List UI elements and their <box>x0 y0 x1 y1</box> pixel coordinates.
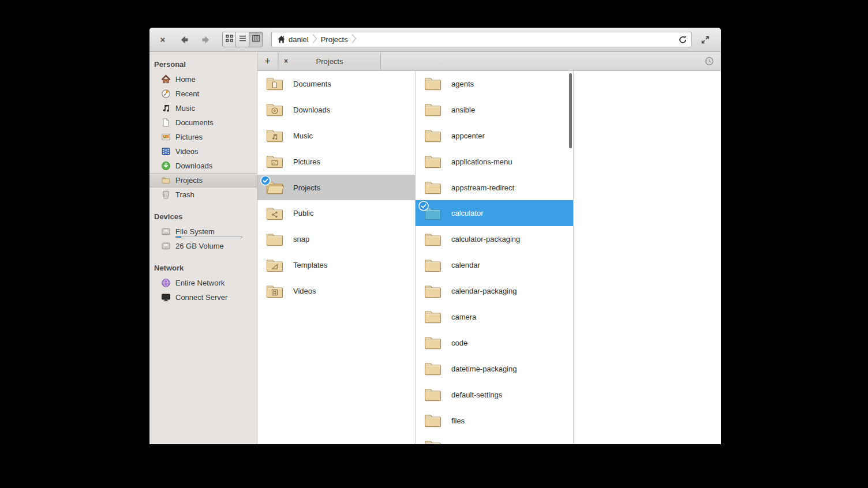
sidebar-item-trash[interactable]: Trash <box>149 187 257 202</box>
folder-icon <box>423 231 443 247</box>
folder-item-pictures[interactable]: Pictures <box>257 149 415 175</box>
list-view-button[interactable] <box>236 32 249 47</box>
refresh-icon <box>678 35 687 44</box>
tab-close-icon[interactable]: × <box>284 57 293 65</box>
column-view-button[interactable] <box>249 32 263 47</box>
breadcrumb-separator-icon <box>351 33 357 46</box>
folder-item-files[interactable]: files <box>416 408 573 434</box>
sidebar-item-label: Projects <box>175 176 203 185</box>
sidebar-item-label: Documents <box>175 118 214 127</box>
folder-item-ansible[interactable]: ansible <box>416 97 573 123</box>
folder-item-applications-menu[interactable]: applications-menu <box>416 149 573 175</box>
folder-icon <box>265 231 285 247</box>
projects-folder-column: agentsansibleappcenterapplications-menua… <box>416 71 574 444</box>
expand-icon <box>701 35 710 44</box>
folder-item-projects[interactable]: Projects <box>257 175 415 201</box>
grid-view-button[interactable] <box>223 32 236 47</box>
sidebar-item-downloads[interactable]: Downloads <box>149 159 257 173</box>
folder-item-label: Videos <box>293 287 316 295</box>
folder-item-agents[interactable]: agents <box>416 71 573 97</box>
folder-item-appcenter[interactable]: appcenter <box>416 123 573 149</box>
sidebar-item-recent[interactable]: Recent <box>149 87 257 101</box>
breadcrumb-projects[interactable]: Projects <box>320 35 349 44</box>
folder-item-label: code <box>451 339 467 347</box>
document-icon <box>161 118 171 127</box>
folder-item-documents[interactable]: Documents <box>257 71 415 97</box>
tab-projects[interactable]: × Projects <box>278 52 381 70</box>
folder-item-default-settings[interactable]: default-settings <box>416 382 573 408</box>
refresh-button[interactable] <box>678 35 687 44</box>
breadcrumb-daniel[interactable]: daniel <box>276 35 310 44</box>
folder-item-label: calendar <box>451 261 480 269</box>
sidebar-item-documents[interactable]: Documents <box>149 115 257 130</box>
column-scrollbar[interactable] <box>569 73 572 148</box>
breadcrumb-label: Projects <box>321 35 348 44</box>
sidebar-item-connect-server[interactable]: Connect Server <box>149 290 257 305</box>
tab-history-button[interactable] <box>704 56 714 69</box>
back-button[interactable] <box>175 31 192 48</box>
folder-item-label: Music <box>293 132 313 140</box>
selected-check-badge-icon <box>260 175 271 186</box>
folder-item-gala[interactable]: gala <box>416 433 573 444</box>
disk-icon <box>161 227 171 237</box>
folder-item-camera[interactable]: camera <box>416 304 573 330</box>
folder-icon <box>423 127 443 144</box>
home-folder-column: DocumentsDownloadsMusicPicturesProjectsP… <box>257 71 416 444</box>
sidebar-item-label: File System <box>175 227 215 236</box>
folder-icon <box>423 102 443 118</box>
pictures-icon <box>161 132 171 142</box>
folder-item-label: Projects <box>293 183 320 192</box>
folder-icon <box>265 127 285 144</box>
sidebar-gap <box>149 253 257 261</box>
folder-item-templates[interactable]: Templates <box>257 252 415 278</box>
sidebar-item-entire-network[interactable]: Entire Network <box>149 276 257 290</box>
sidebar-item-label: Pictures <box>175 133 203 141</box>
disk-icon <box>161 241 171 251</box>
folder-item-public[interactable]: Public <box>257 200 415 226</box>
selected-check-badge-icon <box>418 201 429 211</box>
sidebar-item-music[interactable]: Music <box>149 101 257 115</box>
sidebar: PersonalHomeRecentMusicDocumentsPictures… <box>149 52 257 444</box>
miller-columns: DocumentsDownloadsMusicPicturesProjectsP… <box>257 71 721 444</box>
folder-item-label: Public <box>293 209 313 217</box>
sidebar-item-projects[interactable]: Projects <box>149 173 257 187</box>
tab-bar: + × Projects <box>257 52 721 71</box>
folder-icon <box>423 386 443 403</box>
fullscreen-button[interactable] <box>697 31 714 48</box>
sidebar-item-home[interactable]: Home <box>149 72 257 87</box>
new-tab-button[interactable]: + <box>257 52 278 70</box>
folder-item-calendar[interactable]: calendar <box>416 252 573 278</box>
sidebar-item-videos[interactable]: Videos <box>149 144 257 159</box>
pathbar[interactable]: danielProjects <box>271 32 692 47</box>
folder-icon <box>265 76 285 92</box>
folder-item-label: datetime-packaging <box>451 365 517 373</box>
empty-column-area <box>574 71 721 444</box>
folder-item-code[interactable]: code <box>416 330 573 356</box>
folder-icon <box>265 205 285 222</box>
folder-item-label: appcenter <box>451 132 485 140</box>
grid-icon <box>225 34 234 45</box>
folder-icon <box>423 361 443 377</box>
folder-item-music[interactable]: Music <box>257 123 415 149</box>
folder-item-snap[interactable]: snap <box>257 226 415 252</box>
sidebar-item-label: 26 GB Volume <box>175 242 224 250</box>
folder-item-calculator[interactable]: calculator <box>416 200 573 226</box>
folder-icon <box>423 283 443 299</box>
folder-item-label: agents <box>451 80 474 88</box>
sidebar-item-file-system[interactable]: File System <box>149 224 257 239</box>
folder-icon <box>423 153 443 170</box>
folder-item-datetime-packaging[interactable]: datetime-packaging <box>416 356 573 382</box>
folder-item-downloads[interactable]: Downloads <box>257 97 415 123</box>
folder-item-calendar-packaging[interactable]: calendar-packaging <box>416 278 573 304</box>
folder-item-label: appstream-redirect <box>451 183 514 192</box>
forward-button[interactable] <box>198 31 215 48</box>
window-close-button[interactable]: × <box>156 33 169 46</box>
disk-usage-bar <box>175 236 242 238</box>
folder-item-appstream-redirect[interactable]: appstream-redirect <box>416 175 573 201</box>
folder-item-calculator-packaging[interactable]: calculator-packaging <box>416 226 573 252</box>
sidebar-item-pictures[interactable]: Pictures <box>149 130 257 144</box>
folder-icon <box>423 179 443 196</box>
folder-item-videos[interactable]: Videos <box>257 278 415 304</box>
sidebar-item-26-gb-volume[interactable]: 26 GB Volume <box>149 239 257 253</box>
forward-arrow-icon <box>201 34 212 46</box>
